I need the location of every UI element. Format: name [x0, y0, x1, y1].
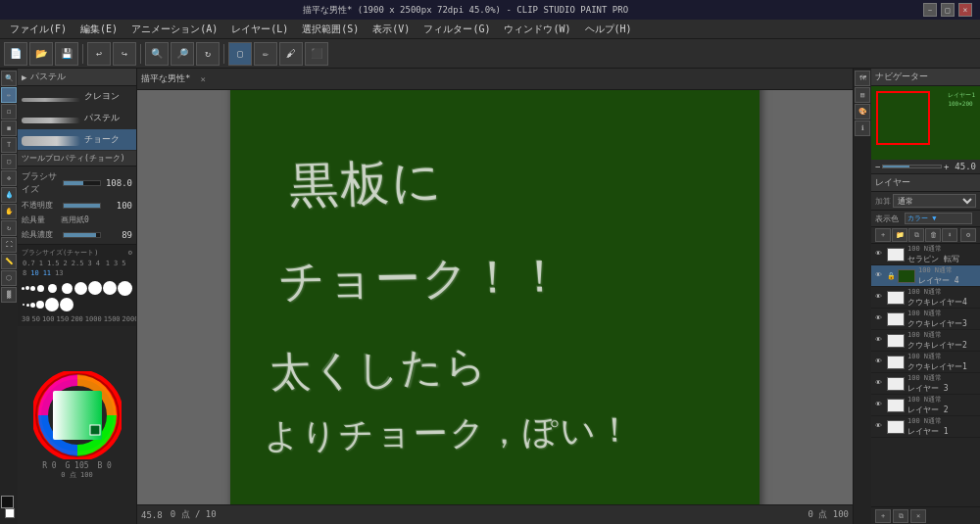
right-icon-color[interactable]: 🎨: [855, 104, 870, 119]
toolbar-save[interactable]: 💾: [55, 42, 78, 66]
drawing-canvas[interactable]: 黒板に チョーク！！ 太くしたら よりチョーク，ぽい！: [230, 90, 760, 504]
layer-eye-2[interactable]: 👁: [875, 401, 885, 410]
size-num-15[interactable]: 1.5: [46, 260, 61, 267]
dot-3[interactable]: [30, 280, 35, 296]
size-num-8[interactable]: 8: [22, 269, 27, 277]
layer-merge-btn[interactable]: ⬇: [942, 228, 957, 242]
toolbar-brush[interactable]: 🖌: [279, 42, 303, 66]
dot-2[interactable]: [25, 280, 29, 296]
size-num-3[interactable]: 3: [86, 260, 92, 267]
dot-5[interactable]: [45, 280, 59, 296]
size-50[interactable]: 50: [31, 315, 39, 323]
layer-eye-4[interactable]: 👁: [875, 271, 885, 281]
navigator-preview[interactable]: レイヤー1 100×200: [871, 86, 980, 160]
layer-item-2[interactable]: 👁 100 N通常 レイヤー 2: [871, 395, 980, 416]
tool-icon-zoom[interactable]: 🔍: [1, 71, 17, 86]
menu-edit[interactable]: 編集(E): [74, 21, 123, 38]
menu-animation[interactable]: アニメーション(A): [125, 21, 223, 38]
size-num-10[interactable]: 10: [29, 269, 39, 277]
dot-4[interactable]: [36, 280, 44, 296]
tool-icon-text[interactable]: T: [1, 137, 17, 153]
layer-item-kuuki1[interactable]: 👁 100 N通常 クウキレイヤー1: [871, 352, 980, 373]
size-num-2[interactable]: 2: [63, 260, 69, 267]
layer-copy-btn[interactable]: ⧉: [908, 228, 924, 242]
size-num-1b[interactable]: 1: [105, 260, 111, 267]
tool-icon-move[interactable]: ✥: [1, 170, 17, 186]
tool-icon-crop[interactable]: ⛶: [1, 237, 17, 253]
toolbar-redo[interactable]: ↪: [113, 42, 136, 66]
right-icon-layer[interactable]: ▤: [855, 87, 870, 103]
dot-10[interactable]: [118, 280, 132, 296]
menu-help[interactable]: ヘルプ(H): [579, 21, 638, 38]
density-slider[interactable]: [63, 232, 101, 238]
size-100[interactable]: 100: [42, 315, 55, 323]
brush-size-slider[interactable]: [63, 180, 101, 186]
layer-bottom-del[interactable]: ×: [910, 509, 926, 523]
menu-selection[interactable]: 選択範囲(S): [296, 21, 365, 38]
layer-item-kuuki4[interactable]: 👁 100 N通常 クウキレイヤー4: [871, 287, 980, 309]
dot-11[interactable]: [22, 297, 24, 312]
toolbar-zoom-in[interactable]: 🔍: [145, 42, 169, 66]
size-200[interactable]: 200: [71, 315, 83, 323]
dot-15[interactable]: [45, 297, 59, 312]
menu-window[interactable]: ウィンドウ(W): [498, 21, 576, 38]
layer-item-4[interactable]: 👁 🔒 100 N通常 レイヤー 4: [871, 265, 980, 287]
layer-new-btn[interactable]: +: [875, 228, 891, 242]
right-icon-info[interactable]: ℹ: [855, 120, 870, 136]
layer-eye-kuuki2[interactable]: 👁: [875, 336, 885, 346]
tool-icon-3d[interactable]: ⬡: [1, 270, 17, 286]
size-num-25[interactable]: 2.5: [71, 260, 85, 267]
size-1500[interactable]: 1500: [104, 315, 121, 323]
opacity-slider[interactable]: [63, 203, 101, 209]
size-2000[interactable]: 2000: [122, 315, 136, 323]
tool-icon-eraser[interactable]: ◻: [1, 104, 17, 119]
zoom-slider[interactable]: [882, 165, 941, 168]
tool-icon-gradient[interactable]: ▓: [1, 287, 17, 303]
dot-9[interactable]: [103, 280, 117, 296]
dot-6[interactable]: [60, 280, 74, 296]
layer-bottom-new[interactable]: +: [875, 509, 891, 523]
layer-delete-btn[interactable]: 🗑: [925, 228, 941, 242]
dot-14[interactable]: [36, 297, 44, 312]
size-num-4[interactable]: 4: [95, 260, 101, 267]
size-num-11[interactable]: 11: [42, 269, 52, 277]
layer-eye-1[interactable]: 👁: [875, 422, 885, 432]
layer-item-serabin[interactable]: 👁 100 N通常 セラピン 転写: [871, 244, 980, 265]
dot-12[interactable]: [25, 297, 29, 312]
layer-bottom-copy[interactable]: ⧉: [893, 509, 908, 523]
tool-icon-ruler[interactable]: 📏: [1, 254, 17, 269]
layer-item-kuuki2[interactable]: 👁 100 N通常 クウキレイヤー2: [871, 330, 980, 352]
minimize-button[interactable]: －: [923, 3, 937, 17]
menu-view[interactable]: 表示(V): [367, 21, 416, 38]
menu-filter[interactable]: フィルター(G): [417, 21, 496, 38]
zoom-out-nav[interactable]: −: [875, 162, 880, 171]
size-num-3b[interactable]: 3: [113, 260, 119, 267]
size-1000[interactable]: 1000: [85, 315, 102, 323]
tool-icon-eyedrop[interactable]: 💧: [1, 187, 17, 203]
brush-item-pastel[interactable]: パステル: [18, 108, 136, 129]
toolbar-new[interactable]: 📄: [4, 42, 27, 66]
menu-file[interactable]: ファイル(F): [4, 21, 73, 38]
dot-7[interactable]: [74, 280, 87, 296]
color-wheel-container[interactable]: [33, 371, 122, 459]
layer-eye-serabin[interactable]: 👁: [875, 250, 885, 260]
brush-item-crayon[interactable]: クレヨン: [18, 86, 136, 108]
size-num-5[interactable]: 5: [121, 260, 126, 267]
size-30[interactable]: 30: [22, 315, 29, 323]
layer-folder-btn[interactable]: 📁: [892, 228, 907, 242]
dot-16[interactable]: [60, 297, 74, 312]
layer-item-3[interactable]: 👁 100 N通常 レイヤー 3: [871, 373, 980, 395]
close-button[interactable]: ×: [958, 3, 972, 17]
dot-1[interactable]: [22, 280, 24, 296]
layer-settings-btn[interactable]: ⚙: [960, 228, 976, 242]
bg-color-swatch[interactable]: [5, 508, 15, 518]
dot-13[interactable]: [30, 297, 35, 312]
tool-icon-pen[interactable]: ✏: [1, 87, 17, 103]
layer-color-selector[interactable]: カラー ▼: [905, 213, 972, 224]
tool-icon-select[interactable]: ▢: [1, 154, 17, 169]
size-num-07[interactable]: 0.7: [22, 260, 36, 267]
toolbar-rotate[interactable]: ↻: [196, 42, 220, 66]
brush-item-chalk[interactable]: チョーク: [18, 129, 136, 151]
layer-eye-kuuki3[interactable]: 👁: [875, 314, 885, 324]
dot-8[interactable]: [88, 280, 102, 296]
